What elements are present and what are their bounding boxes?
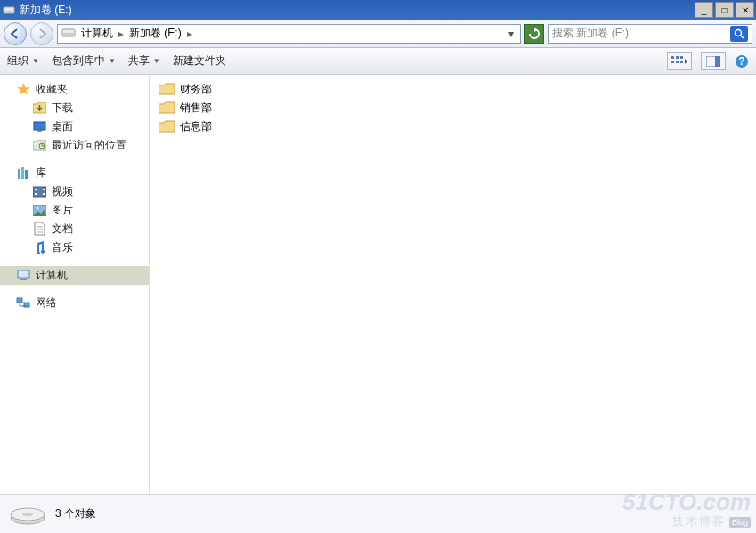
computer-icon xyxy=(16,269,30,283)
status-text: 3 个对象 xyxy=(55,506,96,521)
include-button[interactable]: 包含到库中▼ xyxy=(52,53,116,69)
address-dropdown[interactable]: ▾ xyxy=(504,28,518,40)
forward-button[interactable] xyxy=(30,22,53,45)
sidebar-item-desktop[interactable]: 桌面 xyxy=(0,117,149,136)
svg-rect-26 xyxy=(43,193,45,195)
star-icon xyxy=(16,83,30,97)
address-bar[interactable]: 计算机 ▸ 新加卷 (E:) ▸ ▾ xyxy=(57,24,521,44)
svg-rect-23 xyxy=(35,189,37,190)
desktop-icon xyxy=(32,120,46,134)
music-icon xyxy=(32,241,46,255)
drive-icon xyxy=(9,500,46,529)
picture-icon xyxy=(32,204,46,218)
document-icon xyxy=(32,222,46,237)
search-placeholder: 搜索 新加卷 (E:) xyxy=(552,26,629,41)
svg-line-5 xyxy=(741,36,744,38)
video-icon xyxy=(32,185,46,199)
preview-pane-button[interactable] xyxy=(701,52,726,70)
library-icon xyxy=(16,166,30,181)
svg-rect-7 xyxy=(676,56,679,59)
svg-text:?: ? xyxy=(738,55,744,68)
svg-rect-16 xyxy=(34,122,45,130)
minimize-button[interactable]: _ xyxy=(695,2,713,18)
content-pane[interactable]: 财务部 销售部 信息部 xyxy=(150,75,756,494)
svg-rect-17 xyxy=(37,130,42,132)
toolbar: 组织▼ 包含到库中▼ 共享▼ 新建文件夹 ? xyxy=(0,48,756,75)
breadcrumb-computer[interactable]: 计算机 xyxy=(77,25,117,43)
svg-rect-9 xyxy=(671,61,674,63)
titlebar: 新加卷 (E:) _ □ ✕ xyxy=(0,0,756,20)
folder-download-icon xyxy=(32,101,46,116)
sidebar-item-recent[interactable]: 最近访问的位置 xyxy=(0,136,149,155)
network-icon xyxy=(16,296,30,311)
svg-rect-19 xyxy=(18,169,20,179)
window-controls: _ □ ✕ xyxy=(695,2,754,18)
folder-name: 财务部 xyxy=(180,82,212,97)
sidebar-item-documents[interactable]: 文档 xyxy=(0,220,149,238)
search-input[interactable]: 搜索 新加卷 (E:) xyxy=(548,24,752,44)
nav-bar: 计算机 ▸ 新加卷 (E:) ▸ ▾ 搜索 新加卷 (E:) xyxy=(0,20,756,48)
share-button[interactable]: 共享▼ xyxy=(128,53,160,69)
drive-icon xyxy=(2,4,16,16)
svg-rect-33 xyxy=(20,279,27,280)
sidebar-libraries-header[interactable]: 库 xyxy=(0,164,149,182)
status-bar: 3 个对象 xyxy=(0,494,756,533)
help-icon[interactable]: ? xyxy=(735,54,749,69)
svg-rect-34 xyxy=(17,298,22,303)
window-title: 新加卷 (E:) xyxy=(20,3,695,18)
sidebar: 收藏夹 下载 桌面 最近访问的位置 库 视频 xyxy=(0,75,150,494)
svg-rect-25 xyxy=(43,189,45,190)
new-folder-button[interactable]: 新建文件夹 xyxy=(173,53,226,69)
svg-rect-13 xyxy=(715,56,720,67)
maximize-button[interactable]: □ xyxy=(715,2,734,18)
organize-button[interactable]: 组织▼ xyxy=(7,53,39,69)
folder-name: 信息部 xyxy=(180,119,212,134)
svg-point-40 xyxy=(22,513,33,516)
search-icon[interactable] xyxy=(730,26,748,42)
svg-rect-24 xyxy=(35,193,37,195)
back-button[interactable] xyxy=(4,22,27,45)
list-item[interactable]: 销售部 xyxy=(159,99,747,117)
breadcrumb-separator: ▸ xyxy=(117,28,126,40)
drive-icon xyxy=(61,28,76,40)
sidebar-item-pictures[interactable]: 图片 xyxy=(0,201,149,220)
svg-rect-8 xyxy=(680,56,683,59)
svg-rect-11 xyxy=(680,61,683,63)
view-options-button[interactable] xyxy=(667,52,692,70)
sidebar-item-videos[interactable]: 视频 xyxy=(0,182,149,201)
close-button[interactable]: ✕ xyxy=(736,2,754,18)
sidebar-item-music[interactable]: 音乐 xyxy=(0,238,149,257)
sidebar-item-downloads[interactable]: 下载 xyxy=(0,99,149,117)
svg-point-4 xyxy=(736,29,742,36)
recent-icon xyxy=(32,139,46,153)
svg-rect-32 xyxy=(18,270,29,278)
svg-rect-3 xyxy=(62,33,75,36)
sidebar-item-computer[interactable]: 计算机 xyxy=(0,266,149,285)
folder-icon xyxy=(159,83,175,97)
svg-rect-10 xyxy=(676,61,679,63)
list-item[interactable]: 财务部 xyxy=(159,80,747,99)
svg-rect-22 xyxy=(33,187,46,197)
breadcrumb-separator: ▸ xyxy=(185,28,194,40)
svg-rect-21 xyxy=(25,170,28,179)
refresh-button[interactable] xyxy=(524,24,544,44)
sidebar-favorites-header[interactable]: 收藏夹 xyxy=(0,80,149,99)
svg-rect-20 xyxy=(21,167,24,179)
list-item[interactable]: 信息部 xyxy=(159,117,747,136)
folder-icon xyxy=(159,120,175,134)
folder-name: 销售部 xyxy=(180,101,212,116)
svg-point-28 xyxy=(36,207,38,210)
breadcrumb-drive[interactable]: 新加卷 (E:) xyxy=(126,25,185,43)
sidebar-item-network[interactable]: 网络 xyxy=(0,294,149,312)
svg-rect-1 xyxy=(4,11,14,13)
folder-icon xyxy=(159,101,175,116)
svg-rect-6 xyxy=(671,56,674,59)
